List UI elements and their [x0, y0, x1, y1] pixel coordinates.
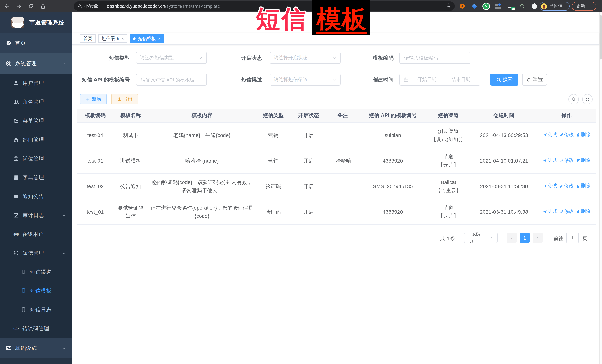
page-unit-label: 页 [582, 235, 587, 242]
search-button[interactable]: 搜索 [490, 74, 518, 85]
refresh-icon [585, 97, 590, 102]
sidebar-item-3[interactable]: 角色管理 [0, 93, 72, 112]
refresh-table-button[interactable] [582, 94, 592, 104]
status-select[interactable]: 请选择开启状态 [270, 52, 341, 64]
sidebar-item-11[interactable]: 短信管理 [0, 244, 72, 262]
channel-provider: 【云片】 [428, 161, 468, 169]
delete-link[interactable]: 删除 [576, 156, 591, 165]
sidebar-item-14[interactable]: 短信日志 [0, 300, 72, 319]
table-cell: 4383920 [359, 199, 426, 224]
delete-link[interactable]: 删除 [576, 182, 591, 190]
extension-gem-icon[interactable] [471, 0, 478, 12]
api-template-label: 短信 API 的模板编号 [67, 74, 130, 85]
column-header: 备注 [326, 109, 359, 122]
close-icon[interactable]: × [122, 36, 124, 41]
channel-select[interactable]: 请选择短信渠道 [270, 74, 341, 85]
add-button[interactable]: 新增 [80, 94, 107, 104]
edit-link[interactable]: 修改 [559, 156, 574, 165]
not-secure-warning-icon [77, 4, 82, 9]
column-header: 创建时间 [471, 109, 537, 122]
test-link[interactable]: 测试 [543, 156, 557, 165]
home-icon[interactable] [38, 0, 48, 12]
reset-button[interactable]: 重置 [522, 74, 547, 85]
edit-link[interactable]: 修改 [559, 208, 574, 216]
browser-menu-icon[interactable]: ⋮ [589, 3, 593, 9]
goto-page-input[interactable]: 1 [566, 233, 579, 243]
channel-label: 短信渠道 [207, 74, 262, 85]
sms-type-select[interactable]: 请选择短信类型 [136, 52, 207, 64]
goto-label: 前往 [554, 235, 563, 242]
sidebar-item-16[interactable]: 基础设施 [0, 338, 72, 358]
sidebar-item-8[interactable]: 通知公告 [0, 187, 72, 206]
tab-短信模板[interactable]: 短信模板× [130, 34, 164, 42]
sidebar-item-1[interactable]: 系统管理 [0, 53, 72, 74]
table-cell: 哈哈哈 {name} [148, 148, 256, 173]
api-template-input-wrap [136, 74, 207, 85]
back-arrow-icon[interactable] [2, 0, 12, 12]
trash-icon [576, 184, 580, 188]
table-cell: 开启 [291, 199, 326, 224]
next-page-button[interactable]: › [533, 233, 543, 243]
tab-短信渠道[interactable]: 短信渠道× [98, 34, 127, 42]
sidebar-item-label: 用户管理 [23, 80, 44, 86]
sidebar-item-0[interactable]: 首页 [0, 33, 72, 53]
edit-link[interactable]: 修改 [559, 131, 574, 139]
plus-icon [86, 97, 90, 102]
sidebar-item-15[interactable]: </>错误码管理 [0, 319, 72, 338]
end-date-placeholder[interactable]: 结束日期 [445, 76, 476, 83]
infra-icon [6, 345, 11, 351]
bookmark-star-icon[interactable] [446, 3, 451, 9]
sidebar-item-9[interactable]: 审计日志 [0, 206, 72, 225]
toggle-search-button[interactable] [569, 94, 579, 104]
page-number-button[interactable]: 1 [520, 233, 529, 243]
forward-arrow-icon[interactable] [14, 0, 24, 12]
table-cell: 测试渠道【调试(钉钉)】 [426, 122, 471, 148]
prev-page-button[interactable]: ‹ [507, 233, 516, 243]
table-cell: 测试下 [113, 122, 148, 148]
test-link[interactable]: 测试 [543, 182, 557, 190]
table-cell: 营销 [256, 148, 291, 173]
api-template-input[interactable] [140, 76, 203, 83]
profile-paused-chip[interactable]: 已暂停 [539, 2, 570, 10]
extension-list-icon[interactable]: on [507, 0, 515, 12]
security-label[interactable]: 不安全 [85, 3, 98, 9]
close-icon[interactable]: × [158, 36, 161, 41]
scrollbar-thumb[interactable] [600, 15, 602, 60]
sidebar-item-12[interactable]: 短信渠道 [0, 262, 72, 281]
sidebar-filler [0, 358, 72, 364]
sidebar-item-10[interactable]: ((A))在线用户 [0, 225, 72, 244]
reload-icon[interactable] [26, 0, 36, 12]
audit-log-icon [13, 213, 19, 218]
extension-y-icon[interactable]: y [483, 0, 490, 12]
export-button[interactable]: 导出 [111, 94, 138, 104]
template-code-input[interactable] [404, 55, 466, 61]
chevron-down-icon [490, 236, 494, 240]
page-size-select[interactable]: 10条/页 [464, 233, 498, 243]
test-link[interactable]: 测试 [543, 208, 557, 216]
sidebar-item-4[interactable]: 菜单管理 [0, 112, 72, 130]
app-logo-row[interactable]: 芋道管理系统 [0, 12, 72, 33]
extension-magnifier-icon[interactable] [519, 0, 526, 12]
tab-首页[interactable]: 首页 [80, 34, 96, 42]
table-cell: 老鸡{name}，牛逼{code} [148, 122, 256, 148]
page-scrollbar[interactable] [599, 12, 602, 364]
extension-puzzle-icon[interactable] [531, 0, 538, 12]
start-date-placeholder[interactable]: 开始日期 [412, 76, 442, 83]
url-host: dashboard.yudao.iocoder.cn [107, 3, 165, 9]
delete-link[interactable]: 删除 [576, 208, 591, 216]
edit-link[interactable]: 修改 [559, 182, 574, 190]
extension-grid-icon[interactable] [495, 0, 501, 12]
browser-update-chip[interactable]: 更新 ⋮ [572, 2, 596, 10]
tab-label: 首页 [83, 35, 92, 42]
sidebar-item-5[interactable]: 部门管理 [0, 130, 72, 149]
date-range-picker[interactable]: 开始日期 - 结束日期 [399, 74, 480, 85]
sidebar-item-6[interactable]: 岗位管理 [0, 149, 72, 168]
extension-donut-icon[interactable] [459, 0, 465, 12]
delete-link[interactable]: 删除 [576, 131, 591, 139]
test-link[interactable]: 测试 [543, 131, 557, 139]
phone-icon [21, 307, 26, 312]
sidebar-item-13[interactable]: 短信模板 [0, 281, 72, 300]
sidebar-item-7[interactable]: 字典管理 [0, 168, 72, 187]
active-dot [133, 37, 136, 40]
sidebar-item-2[interactable]: 用户管理 [0, 74, 72, 93]
